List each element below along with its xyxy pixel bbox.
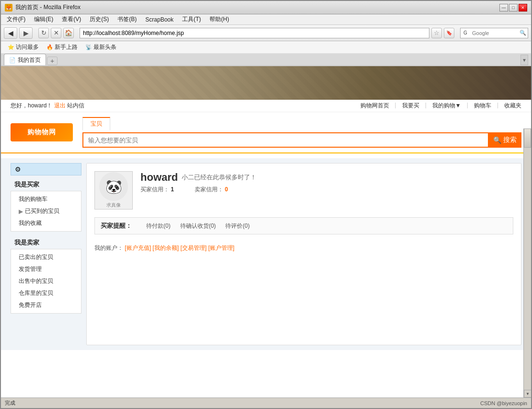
profile-name: howard (140, 171, 178, 184)
search-btn-label: 搜索 (503, 136, 517, 144)
shop-search-input[interactable] (82, 132, 488, 148)
account-label: 我的账户： (94, 245, 123, 251)
forward-button[interactable]: ▶ (19, 27, 33, 39)
active-tab[interactable]: 📄 我的首页 (4, 54, 46, 65)
shop-logo: 购物物网 (11, 123, 73, 141)
url-input[interactable] (80, 28, 429, 38)
bookmark-beginner[interactable]: 🔥 新手上路 (44, 42, 81, 52)
sidebar: ⚙ 我是买家 我的购物车 ▶ 已买到的宝贝 我的收藏 我是卖家 已卖出的宝贝 发… (11, 163, 81, 345)
shop-search-button[interactable]: 🔍 搜索 (488, 132, 521, 148)
reminder-payment: 待付款(0) (146, 222, 171, 230)
account-balance[interactable]: [我的余额] (152, 245, 179, 251)
menu-history[interactable]: 历史(S) (86, 14, 113, 24)
bookmarks-bar: ⭐ 访问最多 🔥 新手上路 📡 最新头条 (1, 41, 531, 54)
orange-divider (1, 152, 531, 153)
browser-window: 🦊 我的首页 - Mozilla Firefox — □ ✕ 文件(F) 编辑(… (0, 0, 532, 409)
nav-cart[interactable]: 购物车 (474, 102, 491, 110)
seller-credit-label: 卖家信用： (195, 186, 223, 193)
menu-view[interactable]: 查看(V) (58, 14, 85, 24)
sidebar-my-favorites[interactable]: 我的收藏 (11, 217, 81, 229)
window-controls: — □ ✕ (499, 4, 527, 12)
bookmark-most-visited[interactable]: ⭐ 访问最多 (5, 42, 42, 52)
profile-area: 🐼 求真像 howard 小二已经在此恭候多时了！ 买家信用： 1 卖家信用： (87, 164, 521, 217)
close-button[interactable]: ✕ (519, 4, 527, 12)
page-content: 您好，howard！ 退出 站内信 购物网首页 | 我要买 | 我的购物▼ | … (1, 66, 531, 408)
window-title: 我的首页 - Mozilla Firefox (15, 3, 81, 12)
menu-bar: 文件(F) 编辑(E) 查看(V) 历史(S) 书签(B) ScrapBook … (1, 14, 531, 25)
nav-favorites[interactable]: 收藏夹 (504, 102, 521, 110)
search-tab-item[interactable]: 宝贝 (82, 117, 110, 130)
menu-scrapbook[interactable]: ScrapBook (141, 15, 177, 24)
messages-link[interactable]: 站内信 (67, 102, 84, 109)
sidebar-warehouse[interactable]: 仓库里的宝贝 (11, 287, 81, 299)
user-nav: 您好，howard！ 退出 站内信 购物网首页 | 我要买 | 我的购物▼ | … (1, 100, 531, 112)
status-watermark: CSDN @biyezuopin (480, 400, 527, 406)
sidebar-selling[interactable]: 出售中的宝贝 (11, 275, 81, 287)
reload-button[interactable]: ↻ (38, 28, 49, 38)
nav-shop-home[interactable]: 购物网首页 (360, 102, 389, 110)
shop-header: 购物物网 宝贝 🔍 搜索 (1, 112, 531, 152)
search-tabs: 宝贝 (82, 117, 521, 130)
nav-bar: ◀ ▶ ↻ ✕ 🏠 ☆ 🔖 G 🔍 (1, 25, 531, 41)
status-text: 完成 (5, 399, 15, 407)
bookmark-star-button[interactable]: ☆ (431, 28, 442, 38)
minimize-button[interactable]: — (499, 4, 508, 12)
profile-info: howard 小二已经在此恭候多时了！ 买家信用： 1 卖家信用： 0 (140, 171, 513, 210)
account-links: 我的账户： [账户充值] [我的余额] [交易管理] [账户管理] (87, 240, 521, 258)
tab-bar: 📄 我的首页 + ▼ (1, 54, 531, 66)
home-button[interactable]: 🏠 (63, 28, 74, 38)
avatar: 🐼 (99, 172, 128, 201)
maximize-button[interactable]: □ (509, 4, 518, 12)
menu-file[interactable]: 文件(F) (3, 14, 29, 24)
credit-spacer (181, 186, 187, 193)
new-tab-button[interactable]: + (47, 57, 58, 65)
content-area: ⚙ 我是买家 我的购物车 ▶ 已买到的宝贝 我的收藏 我是卖家 已卖出的宝贝 发… (1, 158, 531, 350)
menu-tools[interactable]: 工具(T) (178, 14, 205, 24)
gear-icon: ⚙ (15, 165, 21, 173)
google-icon: G (461, 28, 470, 38)
buyer-credit-num: 1 (171, 186, 174, 193)
sidebar-sold[interactable]: 已卖出的宝贝 (11, 251, 81, 263)
menu-edit[interactable]: 编辑(E) (30, 14, 57, 24)
arrow-icon: ▶ (19, 208, 23, 215)
search-bar-row: 🔍 搜索 (82, 132, 521, 148)
scrollbar[interactable]: ▲ ▼ (523, 129, 531, 397)
scroll-thumb[interactable] (524, 129, 531, 148)
bookmark-news-label: 最新头条 (93, 43, 116, 51)
logout-link[interactable]: 退出 (54, 102, 66, 109)
status-bar: 完成 CSDN @biyezuopin (1, 397, 531, 408)
fire-icon: 🔥 (46, 44, 53, 50)
browser-search-button[interactable]: 🔍 (518, 28, 528, 38)
back-button[interactable]: ◀ (4, 27, 17, 39)
user-nav-right: 购物网首页 | 我要买 | 我的购物▼ | 购物车 | 收藏夹 (360, 102, 521, 110)
profile-greeting: 小二已经在此恭候多时了！ (182, 173, 256, 182)
avatar-container: 🐼 求真像 (94, 171, 133, 210)
main-content: 🐼 求真像 howard 小二已经在此恭候多时了！ 买家信用： 1 卖家信用： (86, 163, 521, 345)
profile-name-row: howard 小二已经在此恭候多时了！ (140, 171, 513, 184)
bookmark-tag-button[interactable]: 🔖 (444, 28, 454, 38)
menu-help[interactable]: 帮助(H) (206, 14, 233, 24)
url-bar-container (80, 28, 429, 38)
bookmark-news[interactable]: 📡 最新头条 (82, 42, 119, 52)
sidebar-header: ⚙ (11, 163, 81, 175)
title-bar: 🦊 我的首页 - Mozilla Firefox — □ ✕ (1, 1, 531, 14)
user-greeting-area: 您好，howard！ 退出 站内信 (11, 102, 84, 110)
stop-button[interactable]: ✕ (51, 28, 61, 38)
scroll-tabs-button[interactable]: ▼ (520, 55, 528, 65)
seller-section-title: 我是卖家 (11, 235, 81, 249)
shop-logo-text: 购物物网 (27, 128, 56, 137)
sidebar-my-cart[interactable]: 我的购物车 (11, 193, 81, 205)
scroll-down-button[interactable]: ▼ (524, 390, 531, 397)
nav-my-shop[interactable]: 我的购物▼ (432, 102, 461, 110)
browser-search-input[interactable] (470, 28, 518, 38)
star-icon: ⭐ (8, 44, 14, 50)
sidebar-open-shop[interactable]: 免费开店 (11, 299, 81, 311)
nav-buy[interactable]: 我要买 (402, 102, 419, 110)
account-recharge[interactable]: [账户充值] (125, 245, 151, 251)
menu-bookmarks[interactable]: 书签(B) (114, 14, 140, 24)
reminder-label: 买家提醒： (101, 222, 132, 230)
account-trade[interactable]: [交易管理] (180, 245, 207, 251)
sidebar-bought[interactable]: ▶ 已买到的宝贝 (11, 205, 81, 217)
sidebar-shipping[interactable]: 发货管理 (11, 263, 81, 275)
account-manage[interactable]: [账户管理] (208, 245, 234, 251)
